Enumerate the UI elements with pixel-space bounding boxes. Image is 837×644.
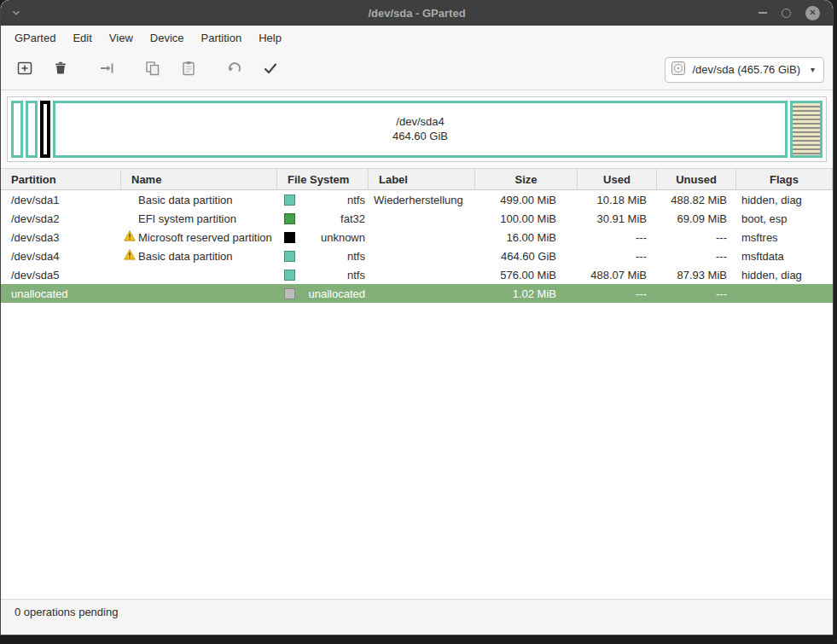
partition-table-body: /dev/sda1 Basic data partition ntfs Wied… bbox=[1, 190, 833, 599]
warning-icon bbox=[124, 230, 136, 244]
menu-device[interactable]: Device bbox=[142, 29, 193, 47]
partition-table-header: Partition Name File System Label Size Us… bbox=[1, 168, 833, 190]
disk-segment-size: 464.60 GiB bbox=[392, 130, 448, 144]
fs-color-swatch bbox=[284, 288, 295, 299]
column-header-filesystem: File System bbox=[277, 169, 369, 189]
disk-segment[interactable] bbox=[26, 101, 38, 158]
menu-help[interactable]: Help bbox=[250, 29, 290, 47]
table-row[interactable]: /dev/sda3 Microsoft reserved partition u… bbox=[1, 228, 833, 247]
table-row[interactable]: /dev/sda1 Basic data partition ntfs Wied… bbox=[1, 190, 833, 209]
name-cell: Microsoft reserved partition bbox=[121, 230, 277, 244]
unused-cell: --- bbox=[657, 250, 736, 263]
name-cell: Basic data partition bbox=[121, 193, 277, 206]
filesystem-cell: unknown bbox=[277, 231, 369, 244]
new-partition-icon bbox=[16, 60, 33, 79]
partition-cell: /dev/sda5 bbox=[1, 269, 121, 281]
size-cell: 499.00 MiB bbox=[475, 194, 578, 206]
flags-cell: msftres bbox=[736, 231, 833, 244]
unused-cell: 69.09 MiB bbox=[657, 212, 736, 225]
window-controls: ✕ bbox=[759, 6, 833, 20]
disk-segment[interactable] bbox=[40, 101, 50, 158]
partition-cell: unallocated bbox=[1, 287, 121, 300]
apply-button[interactable] bbox=[255, 55, 286, 84]
disk-segment-label: /dev/sda4 bbox=[396, 115, 444, 130]
used-cell: --- bbox=[578, 231, 657, 244]
disk-segment[interactable]: /dev/sda4464.60 GiB bbox=[53, 101, 788, 158]
window-menu-icon[interactable] bbox=[11, 8, 21, 18]
partition-cell: /dev/sda4 bbox=[1, 250, 121, 263]
fs-color-swatch bbox=[284, 194, 295, 206]
filesystem-cell: ntfs bbox=[277, 269, 369, 281]
used-cell: 30.91 MiB bbox=[578, 212, 657, 225]
column-header-unused: Unused bbox=[657, 169, 736, 189]
undo-button[interactable] bbox=[219, 55, 250, 84]
window-title: /dev/sda - GParted bbox=[1, 7, 833, 20]
warning-icon bbox=[124, 249, 136, 263]
menu-edit[interactable]: Edit bbox=[64, 29, 100, 47]
used-cell: 10.18 MiB bbox=[578, 194, 657, 206]
label-cell: Wiederherstellung bbox=[369, 194, 475, 206]
menubar: GParted Edit View Device Partition Help bbox=[1, 26, 833, 49]
dropdown-caret-icon: ▾ bbox=[811, 65, 815, 74]
gparted-window: /dev/sda - GParted ✕ GParted Edit View D… bbox=[0, 0, 834, 635]
unused-cell: --- bbox=[657, 231, 736, 244]
menu-gparted[interactable]: GParted bbox=[6, 29, 64, 47]
filesystem-cell: ntfs bbox=[277, 194, 369, 206]
column-header-used: Used bbox=[578, 169, 657, 189]
paste-icon bbox=[180, 60, 197, 79]
minimize-button[interactable] bbox=[759, 12, 767, 14]
disk-segment[interactable] bbox=[790, 101, 822, 158]
menu-partition[interactable]: Partition bbox=[193, 29, 251, 47]
table-row[interactable]: unallocated unallocated 1.02 MiB --- --- bbox=[1, 284, 833, 303]
used-cell: --- bbox=[578, 287, 657, 300]
disk-segment[interactable] bbox=[11, 101, 23, 158]
toolbar: /dev/sda (465.76 GiB) ▾ bbox=[1, 49, 833, 90]
size-cell: 464.60 GiB bbox=[475, 250, 578, 263]
name-cell bbox=[121, 268, 277, 281]
partition-cell: /dev/sda1 bbox=[1, 194, 121, 206]
resize-arrow-icon bbox=[98, 60, 115, 79]
unused-cell: 488.82 MiB bbox=[657, 194, 736, 206]
table-row[interactable]: /dev/sda2 EFI system partition fat32 100… bbox=[1, 209, 833, 228]
size-cell: 576.00 MiB bbox=[475, 269, 578, 281]
new-partition-button[interactable] bbox=[9, 55, 40, 84]
paste-button[interactable] bbox=[173, 55, 204, 84]
operations-pending-text: 0 operations pending bbox=[15, 606, 118, 618]
filesystem-cell: unallocated bbox=[277, 287, 369, 300]
table-row[interactable]: /dev/sda5 ntfs 576.00 MiB 488.07 MiB 87.… bbox=[1, 265, 833, 284]
unused-cell: 87.93 MiB bbox=[657, 269, 736, 281]
statusbar: 0 operations pending bbox=[1, 599, 833, 635]
name-cell: EFI system partition bbox=[121, 212, 277, 225]
trash-icon bbox=[52, 60, 69, 79]
close-button[interactable]: ✕ bbox=[805, 6, 820, 20]
filesystem-cell: ntfs bbox=[277, 250, 369, 263]
column-header-flags: Flags bbox=[736, 169, 833, 189]
disk-visual-panel: /dev/sda4464.60 GiB bbox=[1, 90, 833, 168]
column-header-partition: Partition bbox=[1, 169, 121, 189]
restore-icon bbox=[782, 9, 791, 18]
size-cell: 16.00 MiB bbox=[475, 231, 578, 244]
resize-move-button[interactable] bbox=[91, 55, 122, 84]
copy-icon bbox=[144, 60, 161, 79]
menu-view[interactable]: View bbox=[101, 29, 142, 47]
size-cell: 100.00 MiB bbox=[475, 212, 578, 225]
restore-button[interactable] bbox=[782, 9, 791, 18]
table-row[interactable]: /dev/sda4 Basic data partition ntfs 464.… bbox=[1, 247, 833, 265]
flags-cell: hidden, diag bbox=[736, 269, 833, 281]
fs-color-swatch bbox=[284, 213, 295, 224]
fs-color-swatch bbox=[284, 232, 295, 243]
close-icon: ✕ bbox=[805, 6, 820, 20]
name-cell bbox=[121, 287, 277, 300]
partition-cell: /dev/sda3 bbox=[1, 231, 121, 244]
name-cell: Basic data partition bbox=[121, 249, 277, 263]
flags-cell: hidden, diag bbox=[736, 194, 833, 206]
delete-partition-button[interactable] bbox=[45, 55, 76, 84]
device-selector[interactable]: /dev/sda (465.76 GiB) ▾ bbox=[665, 57, 825, 83]
disk-visual-frame: /dev/sda4464.60 GiB bbox=[7, 96, 827, 162]
size-cell: 1.02 MiB bbox=[475, 287, 578, 300]
copy-button[interactable] bbox=[137, 55, 168, 84]
titlebar: /dev/sda - GParted ✕ bbox=[1, 0, 833, 26]
flags-cell: msftdata bbox=[736, 250, 833, 263]
flags-cell: boot, esp bbox=[736, 212, 833, 225]
used-cell: --- bbox=[578, 250, 657, 263]
